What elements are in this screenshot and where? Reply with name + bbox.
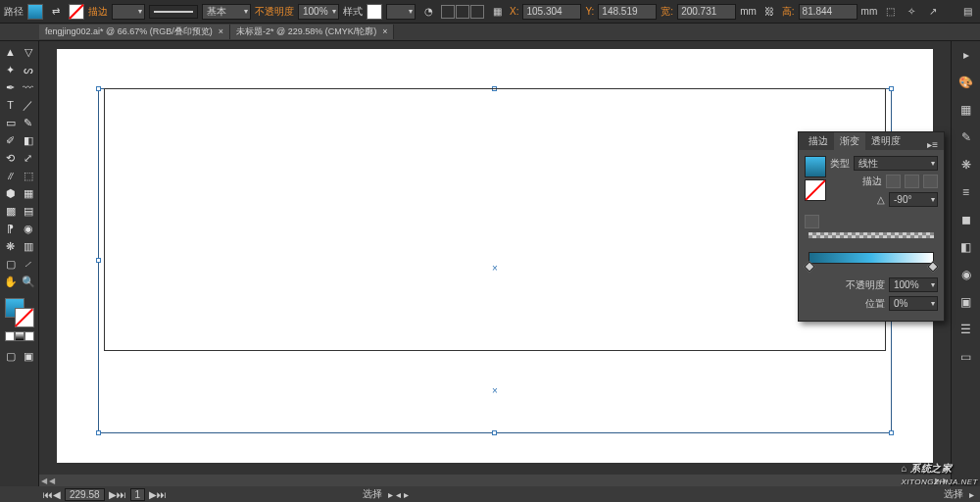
graphic-style-swatch[interactable]: [367, 4, 382, 20]
sel-handle-tr[interactable]: [889, 86, 894, 91]
nav-prev-icon[interactable]: ◀: [53, 489, 61, 500]
gp-gradient-slider[interactable]: [808, 252, 934, 264]
lasso-tool[interactable]: ᔕ: [20, 61, 37, 78]
rectangle-tool[interactable]: ▭: [2, 114, 20, 131]
brush-definition-dropdown[interactable]: 基本: [202, 4, 251, 20]
panel-menu-icon[interactable]: ▤: [958, 3, 976, 21]
slice-tool[interactable]: ⟋: [20, 255, 37, 273]
screen-mode-full[interactable]: ▣: [20, 347, 37, 365]
align-right-icon[interactable]: [470, 5, 484, 19]
gradient-tool[interactable]: ▤: [20, 202, 37, 220]
nav-first-icon[interactable]: ⏮: [43, 489, 53, 500]
swap-fill-stroke-icon[interactable]: ⇄: [47, 3, 65, 21]
y-field[interactable]: 148.519: [598, 4, 657, 20]
blend-tool[interactable]: ◉: [20, 220, 37, 237]
close-icon[interactable]: ×: [219, 26, 223, 36]
pencil-tool[interactable]: ✐: [2, 131, 20, 149]
screen-mode-normal[interactable]: ▢: [2, 347, 20, 365]
type-tool[interactable]: T: [2, 96, 20, 114]
stroke-swatch-none[interactable]: [69, 4, 84, 20]
gp-stop-location-dropdown[interactable]: 0%: [889, 296, 938, 311]
stroke-color-icon[interactable]: [15, 308, 34, 327]
pen-tool[interactable]: ✒: [2, 78, 20, 96]
nav-next-icon[interactable]: ▶: [109, 489, 117, 500]
curvature-tool[interactable]: 〰: [20, 78, 37, 96]
fill-stroke-indicator[interactable]: [5, 298, 34, 327]
transparency-panel-icon[interactable]: ◧: [956, 237, 976, 257]
stroke-panel-icon[interactable]: ≡: [956, 182, 976, 202]
rotate-tool[interactable]: ⟲: [2, 149, 20, 167]
eraser-tool[interactable]: ◧: [20, 131, 37, 149]
zoom-field[interactable]: 229.58: [65, 488, 105, 501]
sel-handle-ml[interactable]: [96, 258, 101, 263]
column-graph-tool[interactable]: ▥: [20, 237, 37, 255]
perspective-tool[interactable]: ▦: [20, 184, 37, 202]
sel-handle-bm[interactable]: [492, 430, 497, 435]
isolation-icon[interactable]: ✧: [903, 3, 920, 21]
stroke-profile-dropdown[interactable]: [149, 5, 198, 19]
gp-stroke-swatch[interactable]: [805, 179, 826, 201]
symbols-panel-icon[interactable]: ❋: [956, 155, 976, 175]
graphic-styles-panel-icon[interactable]: ▣: [956, 292, 976, 312]
artboard-tool[interactable]: ▢: [2, 255, 20, 273]
eyedropper-tool[interactable]: ⁋: [2, 220, 20, 237]
arrow-collapse-icon[interactable]: ▸: [956, 45, 976, 65]
magic-wand-tool[interactable]: ✦: [2, 61, 20, 78]
sel-handle-br[interactable]: [889, 430, 894, 435]
link-wh-icon[interactable]: ⛓: [760, 3, 778, 21]
direct-selection-tool[interactable]: ▽: [20, 43, 37, 61]
color-panel-icon[interactable]: 🎨: [956, 73, 976, 92]
more-options-icon[interactable]: ↗: [924, 3, 942, 21]
layers-panel-icon[interactable]: ☰: [956, 320, 976, 339]
horizontal-scrollbar[interactable]: ◀ ◀▶ ▶: [39, 475, 951, 486]
line-tool[interactable]: ／: [20, 96, 37, 114]
rectangle-shape[interactable]: [104, 88, 886, 351]
gp-tab-stroke[interactable]: 描边: [803, 132, 834, 150]
color-mode-gradient[interactable]: [15, 331, 24, 341]
width-tool[interactable]: ⫽: [2, 167, 20, 184]
gp-angle-dropdown[interactable]: -90°: [889, 192, 938, 207]
gp-stop-opacity-dropdown[interactable]: 100%: [889, 277, 938, 292]
sel-handle-tl[interactable]: [96, 86, 101, 91]
style-dropdown[interactable]: [386, 4, 416, 20]
stroke-weight-dropdown[interactable]: [112, 4, 145, 20]
tab-doc1[interactable]: fengjing002.ai* @ 66.67% (RGB/叠印预览)×: [39, 25, 230, 39]
gp-tab-opacity[interactable]: 透明度: [865, 132, 906, 150]
panel-flyout-icon[interactable]: ▸≡: [921, 139, 944, 150]
transform-icon[interactable]: ▦: [488, 3, 506, 21]
artboard-next-icon[interactable]: ▶: [149, 489, 157, 500]
sel-handle-bl[interactable]: [96, 430, 101, 435]
gp-stroke-along-icon[interactable]: [905, 175, 919, 188]
scroll-left-icon[interactable]: ◀ ◀: [41, 477, 55, 485]
color-mode-none[interactable]: [24, 331, 34, 341]
close-icon[interactable]: ×: [382, 26, 387, 36]
scale-tool[interactable]: ⤢: [20, 149, 37, 167]
free-transform-tool[interactable]: ⬚: [20, 167, 37, 184]
gp-tab-gradient[interactable]: 渐变: [834, 132, 865, 150]
zoom-tool[interactable]: 🔍: [20, 273, 37, 290]
recolor-icon[interactable]: ◔: [419, 3, 437, 21]
gradient-panel-icon[interactable]: ◼: [956, 210, 976, 229]
tab-doc2[interactable]: 未标题-2* @ 229.58% (CMYK/轮廓)×: [230, 25, 394, 39]
align-left-icon[interactable]: [441, 5, 455, 19]
width-field[interactable]: 200.731: [677, 4, 736, 20]
gp-reverse-icon[interactable]: [805, 215, 819, 228]
symbol-sprayer-tool[interactable]: ❋: [2, 237, 20, 255]
align-center-icon[interactable]: [456, 5, 469, 19]
artboards-panel-icon[interactable]: ▭: [956, 347, 976, 367]
nav-last-icon[interactable]: ⏭: [117, 489, 126, 500]
brushes-panel-icon[interactable]: ✎: [956, 127, 976, 147]
paintbrush-tool[interactable]: ✎: [20, 114, 37, 131]
hand-tool[interactable]: ✋: [2, 273, 20, 290]
mesh-tool[interactable]: ▩: [2, 202, 20, 220]
x-field[interactable]: 105.304: [522, 4, 581, 20]
height-field[interactable]: 81.844: [799, 4, 858, 20]
swatches-panel-icon[interactable]: ▦: [956, 100, 976, 120]
gp-stroke-across-icon[interactable]: [923, 175, 938, 188]
selection-tool[interactable]: ▲: [2, 43, 20, 61]
shape-mode-icon[interactable]: ⬚: [881, 3, 899, 21]
appearance-panel-icon[interactable]: ◉: [956, 265, 976, 284]
color-mode-solid[interactable]: [5, 331, 15, 341]
status-play-icon[interactable]: ▸ ◂ ▸: [388, 489, 409, 500]
status-arrow-icon[interactable]: ▸: [969, 489, 974, 500]
